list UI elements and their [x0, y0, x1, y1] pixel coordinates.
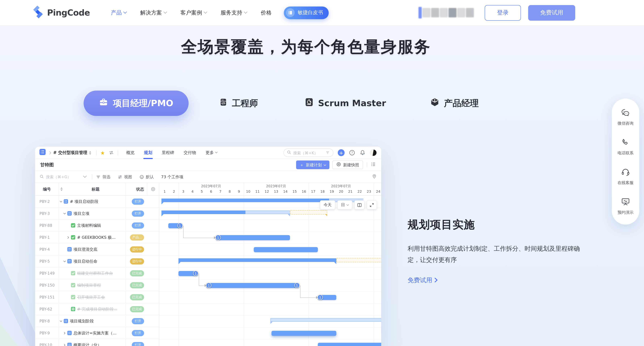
status-badge[interactable]: 打开: [132, 330, 144, 336]
chevron-down-icon[interactable]: [59, 200, 63, 203]
gantt-bar[interactable]: [206, 283, 299, 288]
gantt-summary-bar[interactable]: [162, 199, 329, 202]
column-header-id[interactable]: 编号: [35, 186, 59, 192]
contact-item-在线客服[interactable]: 在线客服: [618, 167, 634, 185]
assignee-avatar[interactable]: 1: [177, 223, 183, 228]
tab-更多[interactable]: 更多: [206, 147, 217, 159]
assignee-avatar[interactable]: 1: [294, 283, 300, 288]
nav-item-服务支持[interactable]: 服务支持: [221, 9, 247, 16]
table-settings-gear-icon[interactable]: [147, 183, 159, 195]
contact-item-预约演示[interactable]: 预约演示: [618, 197, 634, 215]
default-view-button[interactable]: 默认: [139, 174, 154, 180]
list-settings-icon[interactable]: [371, 161, 376, 168]
status-badge[interactable]: 打开: [132, 210, 144, 216]
gantt-bar[interactable]: [216, 235, 290, 240]
add-button[interactable]: +: [338, 149, 345, 156]
status-badge[interactable]: 打开: [132, 342, 144, 346]
free-trial-link[interactable]: 免费试用: [408, 276, 438, 284]
status-badge[interactable]: 已完成: [130, 282, 144, 288]
table-row[interactable]: PBY-88立项材料编辑打开: [35, 220, 159, 231]
status-badge[interactable]: 已完成: [130, 270, 144, 276]
status-badge[interactable]: 已完成: [130, 294, 144, 300]
chevron-down-icon[interactable]: [83, 174, 87, 178]
table-row[interactable]: PBY-9总体设计=实施方案（...打开: [35, 327, 159, 339]
filter-button[interactable]: 筛选: [96, 174, 110, 180]
search-filter-icon[interactable]: [326, 149, 330, 156]
gantt-summary-bar[interactable]: [162, 210, 246, 214]
tab-概览[interactable]: 概览: [126, 147, 134, 159]
gantt-bar[interactable]: [254, 247, 318, 252]
login-button[interactable]: 登录: [485, 5, 521, 21]
status-badge[interactable]: 进行中: [130, 258, 144, 264]
tab-交付物[interactable]: 交付物: [184, 147, 196, 159]
chevron-down-icon[interactable]: [62, 212, 66, 215]
search-input[interactable]: [293, 151, 324, 155]
table-row[interactable]: PBY-5项目启动任命进行中: [35, 255, 159, 267]
chevron-down-icon[interactable]: [59, 319, 63, 323]
sort-icon[interactable]: [59, 187, 66, 191]
table-row[interactable]: PBY-1# GEEKBOOKS 极...产品...: [35, 231, 159, 243]
role-tab-Scrum Master[interactable]: Scrum Master: [304, 98, 386, 109]
chevron-right-icon[interactable]: [62, 331, 66, 334]
gantt-summary-bar[interactable]: [270, 318, 381, 322]
table-row[interactable]: PBY-10概要设计（分）打开: [35, 339, 159, 346]
work-item-title-cell: # GEEKBOOKS 极...: [59, 235, 125, 240]
assignee-avatar[interactable]: 1: [318, 294, 323, 300]
time-unit-button[interactable]: 日: [338, 200, 352, 209]
table-row[interactable]: PBY-4项目澄清交底进行中: [35, 243, 159, 255]
notifications-bell-icon[interactable]: [360, 150, 366, 156]
nav-item-解决方案[interactable]: 解决方案: [140, 9, 167, 16]
chevron-down-icon[interactable]: [62, 260, 66, 263]
table-row[interactable]: PBY-149组建交付群和工作台已完成: [35, 267, 159, 279]
chevron-right-icon[interactable]: [66, 236, 70, 239]
column-header-status[interactable]: 状态: [125, 186, 147, 192]
locate-pin-icon[interactable]: [372, 173, 377, 180]
gantt-summary-bar[interactable]: [179, 258, 336, 262]
table-row[interactable]: PBY-62# 完成项目启动阶段...已完成: [35, 303, 159, 315]
gantt-bar[interactable]: [318, 342, 381, 346]
contact-item-电话联系[interactable]: 电话联系: [618, 138, 634, 156]
tab-里程碑[interactable]: 里程碑: [162, 147, 174, 159]
new-plan-button[interactable]: ＋ 新建计划: [296, 161, 330, 169]
gantt-search-input[interactable]: [46, 175, 84, 179]
user-avatar[interactable]: [370, 149, 377, 156]
chevron-right-icon[interactable]: [62, 343, 66, 346]
table-row[interactable]: PBY-8项目规划阶段打开: [35, 315, 159, 327]
status-badge[interactable]: 打开: [132, 198, 144, 204]
nav-item-产品[interactable]: 产品: [111, 9, 126, 16]
table-row[interactable]: PBY-3项目立项打开: [35, 208, 159, 220]
free-trial-button[interactable]: 免费试用: [528, 5, 575, 21]
project-folder-icon[interactable]: [40, 149, 46, 157]
role-tab-项目经理/PMO[interactable]: 项目经理/PMO: [84, 91, 188, 116]
breadcrumb[interactable]: # 交付型项目管理: [53, 150, 87, 155]
today-button[interactable]: 今天: [320, 200, 335, 209]
help-icon[interactable]: ?: [349, 150, 355, 156]
new-snapshot-button[interactable]: 新建快照: [332, 161, 363, 169]
status-badge[interactable]: 已完成: [130, 306, 144, 312]
logo[interactable]: PingCode: [32, 6, 90, 20]
tab-规划[interactable]: 规划: [144, 147, 152, 159]
fullscreen-button[interactable]: [367, 200, 377, 209]
column-header-title[interactable]: 标题: [66, 186, 125, 192]
table-row[interactable]: PBY-150编制项目章程已完成: [35, 279, 159, 291]
role-tab-工程师[interactable]: 工程师: [219, 98, 258, 109]
split-view-button[interactable]: [354, 200, 364, 209]
switch-project-icon[interactable]: [89, 151, 91, 155]
table-row[interactable]: PBY-151召开项目开工会已完成: [35, 291, 159, 303]
assignee-avatar[interactable]: 1: [216, 235, 221, 240]
status-badge[interactable]: 打开: [132, 318, 144, 324]
table-row[interactable]: PBY-2# 项目启动阶段打开: [35, 196, 159, 208]
role-tab-产品经理[interactable]: 产品经理: [430, 98, 479, 109]
status-badge[interactable]: 进行中: [130, 246, 144, 252]
swap-icon[interactable]: [108, 150, 114, 155]
nav-item-价格[interactable]: 价格: [261, 9, 272, 16]
status-badge[interactable]: 产品...: [130, 234, 144, 240]
whitepaper-button[interactable]: 敏捷白皮书: [284, 6, 329, 19]
status-badge[interactable]: 打开: [132, 222, 144, 228]
view-settings-button[interactable]: 视图: [118, 174, 132, 180]
gantt-bar[interactable]: [272, 330, 336, 336]
global-search[interactable]: [284, 149, 334, 157]
nav-item-客户案例[interactable]: 客户案例: [180, 9, 207, 16]
favorite-star-icon[interactable]: ★: [100, 150, 105, 155]
contact-item-微信咨询[interactable]: 微信咨询: [618, 108, 634, 126]
